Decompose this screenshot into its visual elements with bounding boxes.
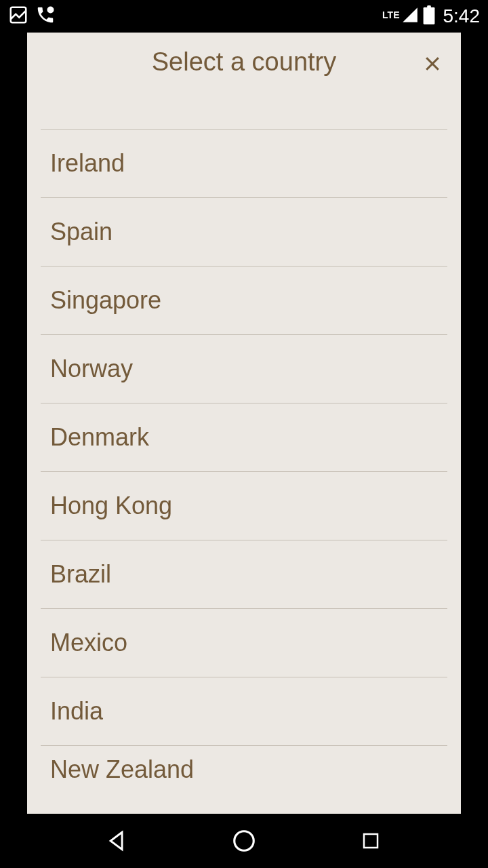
country-item[interactable]: Norway — [41, 335, 447, 403]
back-button[interactable] — [101, 825, 134, 857]
status-left-icons — [8, 5, 56, 28]
country-item[interactable]: Mexico — [41, 609, 447, 677]
svg-rect-0 — [11, 7, 26, 23]
country-item[interactable]: Ireland — [41, 130, 447, 198]
close-icon — [422, 54, 443, 74]
phone-icon — [35, 5, 56, 28]
svg-rect-7 — [364, 834, 378, 848]
home-icon — [231, 828, 257, 854]
image-icon — [8, 5, 28, 28]
modal-header: Select a country — [27, 33, 461, 89]
svg-rect-3 — [427, 5, 431, 8]
country-select-modal: Select a country Switzerland Ireland Spa… — [27, 33, 461, 814]
country-label: Brazil — [50, 560, 111, 589]
clock-time: 5:42 — [443, 5, 481, 27]
network-type-label: LTE — [382, 9, 399, 20]
country-label: Ireland — [50, 149, 125, 178]
country-item[interactable]: Hong Kong — [41, 472, 447, 540]
close-button[interactable] — [419, 50, 446, 77]
country-item[interactable]: India — [41, 677, 447, 746]
country-item[interactable]: Denmark — [41, 403, 447, 472]
recent-apps-button[interactable] — [354, 825, 387, 857]
signal-icon — [401, 6, 419, 26]
country-list[interactable]: Switzerland Ireland Spain Singapore Norw… — [27, 89, 461, 814]
modal-title: Select a country — [27, 47, 461, 77]
svg-point-6 — [235, 831, 254, 851]
battery-icon — [423, 5, 435, 27]
country-label: Switzerland — [50, 89, 176, 94]
country-item[interactable]: Brazil — [41, 540, 447, 609]
country-item[interactable]: Switzerland — [41, 89, 447, 130]
svg-point-1 — [47, 7, 54, 14]
country-label: Norway — [50, 355, 133, 383]
status-bar: LTE 5:42 — [0, 0, 488, 33]
country-label: Mexico — [50, 629, 127, 657]
svg-rect-2 — [423, 7, 434, 24]
country-label: New Zealand — [50, 755, 194, 784]
navigation-bar — [0, 814, 488, 868]
recent-apps-icon — [361, 831, 381, 851]
country-label: Spain — [50, 218, 113, 246]
back-icon — [106, 829, 129, 852]
country-label: Denmark — [50, 423, 149, 452]
country-item[interactable]: Singapore — [41, 267, 447, 335]
country-label: Hong Kong — [50, 492, 172, 520]
country-item[interactable]: New Zealand — [41, 746, 447, 793]
country-item[interactable]: Spain — [41, 198, 447, 267]
country-label: Singapore — [50, 286, 161, 315]
country-label: India — [50, 697, 103, 726]
home-button[interactable] — [228, 825, 260, 857]
status-right-icons: LTE 5:42 — [382, 5, 480, 27]
